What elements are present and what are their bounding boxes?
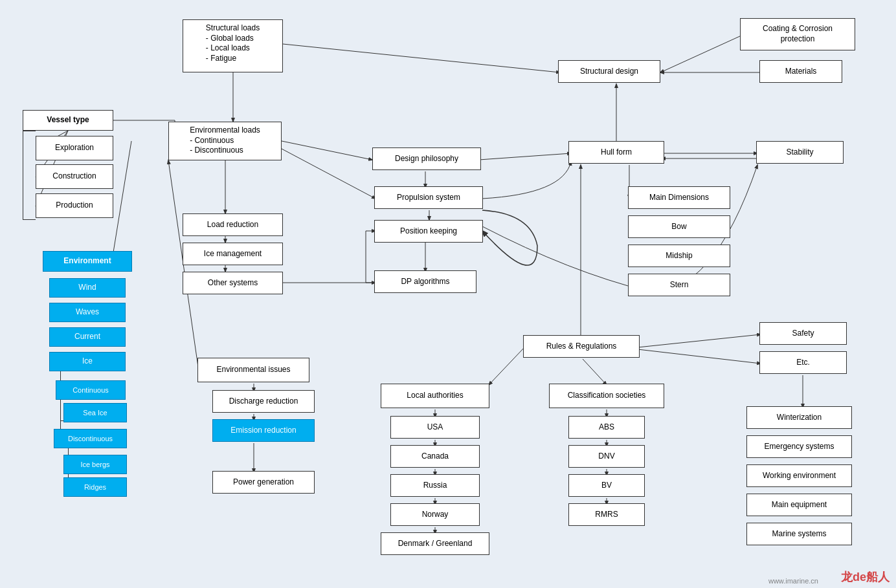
ice-label: Ice — [82, 356, 93, 367]
usa-label: USA — [427, 422, 443, 433]
current-label: Current — [74, 332, 100, 342]
discontinuous-label: Discontinuous — [68, 434, 113, 443]
stern-label: Stern — [670, 280, 689, 290]
svg-line-7 — [283, 44, 560, 72]
load-reduction-label: Load reduction — [207, 220, 258, 230]
etc-label: Etc. — [796, 358, 810, 368]
bow-box: Bow — [628, 215, 730, 238]
other-systems-label: Other systems — [208, 278, 258, 289]
class-societies-label: Classification societies — [568, 391, 646, 401]
position-keeping-label: Position keeping — [400, 226, 457, 237]
main-dimensions-box: Main Dimensions — [628, 186, 730, 209]
rmrs-label: RMRS — [595, 510, 618, 520]
rmrs-box: RMRS — [568, 503, 645, 526]
env-loads-box: Environmental loads- Continuous- Discont… — [168, 122, 282, 160]
discharge-box: Discharge reduction — [212, 390, 315, 413]
structural-loads-label: Structural loads- Global loads- Local lo… — [206, 23, 260, 63]
exploration-box: Exploration — [36, 136, 113, 160]
continuous-box: Continuous — [56, 380, 126, 400]
main-equipment-box: Main equipment — [746, 494, 852, 516]
structural-design-box: Structural design — [558, 60, 660, 83]
continuous-label: Continuous — [73, 386, 109, 395]
propulsion-box: Propulsion system — [374, 186, 483, 209]
winterization-label: Winterization — [777, 413, 822, 423]
waves-label: Waves — [76, 307, 99, 318]
etc-box: Etc. — [759, 351, 847, 374]
construction-label: Construction — [52, 171, 96, 182]
emission-label: Emission reduction — [230, 426, 296, 436]
design-philosophy-box: Design philosophy — [372, 147, 481, 170]
discharge-label: Discharge reduction — [229, 397, 298, 407]
svg-line-8 — [282, 141, 372, 160]
current-box: Current — [49, 327, 126, 347]
abs-label: ABS — [599, 422, 614, 433]
icebergs-box: Ice bergs — [63, 455, 127, 474]
denmark-label: Denmark / Greenland — [398, 539, 473, 549]
other-systems-box: Other systems — [183, 272, 283, 294]
abs-box: ABS — [568, 416, 645, 439]
load-reduction-box: Load reduction — [183, 213, 283, 236]
safety-box: Safety — [759, 322, 847, 345]
svg-line-9 — [282, 149, 375, 199]
main-equipment-label: Main equipment — [772, 500, 827, 510]
position-keeping-box: Position keeping — [374, 220, 483, 243]
wind-box: Wind — [49, 278, 126, 298]
production-box: Production — [36, 193, 113, 218]
working-env-box: Working environment — [746, 464, 852, 487]
exploration-label: Exploration — [55, 143, 94, 153]
materials-label: Materials — [785, 67, 817, 77]
coating-label: Coating & Corrosionprotection — [763, 24, 833, 44]
bv-label: BV — [601, 481, 612, 491]
winterization-box: Winterization — [746, 406, 852, 429]
stability-box: Stability — [756, 141, 844, 164]
diagram: Vessel type Exploration Construction Pro… — [0, 0, 896, 588]
ridges-box: Ridges — [63, 477, 127, 497]
svg-line-27 — [583, 359, 607, 385]
hull-form-box: Hull form — [568, 141, 664, 164]
environment-label: Environment — [63, 256, 111, 267]
emergency-systems-box: Emergency systems — [746, 435, 852, 458]
stern-box: Stern — [628, 274, 730, 296]
emission-box: Emission reduction — [212, 419, 315, 442]
safety-label: Safety — [792, 329, 814, 339]
svg-line-10 — [479, 153, 571, 160]
construction-box: Construction — [36, 164, 113, 189]
power-gen-box: Power generation — [212, 471, 315, 494]
norway-label: Norway — [422, 510, 449, 520]
dp-algorithms-box: DP algorithms — [374, 270, 476, 293]
logo-watermark: 龙de船人 — [841, 569, 890, 585]
svg-line-28 — [638, 334, 761, 347]
midship-box: Midship — [628, 245, 730, 267]
rules-regs-label: Rules & Regulations — [546, 342, 617, 352]
environment-box: Environment — [43, 251, 132, 272]
svg-line-12 — [660, 36, 741, 72]
stability-label: Stability — [786, 147, 813, 158]
propulsion-label: Propulsion system — [397, 193, 460, 203]
materials-box: Materials — [759, 60, 842, 83]
waves-box: Waves — [49, 303, 126, 322]
local-authorities-box: Local authorities — [381, 384, 489, 408]
power-gen-label: Power generation — [233, 477, 294, 488]
design-philosophy-label: Design philosophy — [395, 154, 458, 164]
midship-label: Midship — [666, 251, 692, 261]
working-env-label: Working environment — [763, 471, 836, 481]
ice-management-label: Ice management — [204, 249, 262, 259]
norway-box: Norway — [390, 503, 480, 526]
coating-box: Coating & Corrosionprotection — [740, 18, 855, 50]
dp-algorithms-label: DP algorithms — [401, 277, 449, 287]
usa-box: USA — [390, 416, 480, 439]
structural-design-label: Structural design — [580, 67, 638, 77]
env-issues-box: Environmental issues — [197, 358, 309, 382]
ice-box: Ice — [49, 352, 126, 371]
vessel-type-box: Vessel type — [23, 110, 113, 131]
emergency-systems-label: Emergency systems — [764, 442, 834, 452]
svg-line-43 — [168, 160, 199, 371]
website-watermark: www.imarine.cn — [768, 577, 818, 585]
rules-regs-box: Rules & Regulations — [523, 335, 640, 358]
marine-systems-box: Marine systems — [746, 523, 852, 545]
canada-label: Canada — [421, 452, 449, 462]
local-authorities-label: Local authorities — [407, 391, 463, 401]
production-label: Production — [56, 201, 93, 211]
marine-systems-label: Marine systems — [772, 529, 826, 539]
russia-label: Russia — [423, 481, 447, 491]
